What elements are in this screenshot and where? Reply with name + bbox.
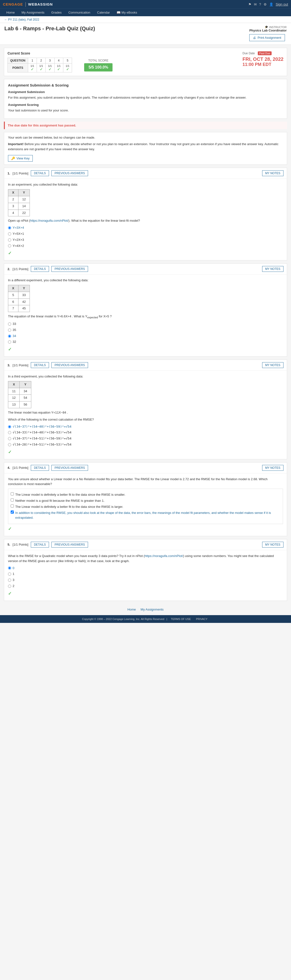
- question-2-details-button[interactable]: DETAILS: [31, 266, 49, 272]
- question-2-radio-1[interactable]: [8, 323, 11, 326]
- question-2-option-1[interactable]: 33: [8, 321, 283, 326]
- question-3-option-2[interactable]: √(34−33)²+(54−40)²+(56−53)²=√54: [8, 430, 283, 435]
- question-5-option-1[interactable]: 0: [8, 566, 283, 571]
- view-key-button[interactable]: 🔑 View Key: [8, 155, 33, 162]
- table-row: 12: [18, 196, 30, 203]
- question-1-radio-3[interactable]: [8, 239, 11, 242]
- question-5-nplot-link[interactable]: https://noraguifa.com/nPlot/: [145, 554, 183, 558]
- question-4-points: [1/1 Points]: [13, 466, 28, 469]
- question-1-option-3[interactable]: Y=2X+3: [8, 237, 283, 242]
- question-3-notes-button[interactable]: MY NOTES: [262, 362, 283, 368]
- settings-icon[interactable]: ⚙: [264, 2, 267, 6]
- question-2-option-3[interactable]: 34: [8, 334, 283, 339]
- question-4-option-2[interactable]: Neither model is a good fit because the …: [11, 498, 280, 503]
- score-inner: QUESTION 1 2 3 4 5 POINTS 1/1 ✓: [8, 58, 112, 72]
- question-3-radio-2[interactable]: [8, 431, 11, 434]
- submission-heading: Assignment Submission: [8, 90, 283, 94]
- question-1-notes-button[interactable]: MY NOTES: [262, 170, 283, 176]
- points-col-header: POINTS: [8, 64, 28, 72]
- question-1-nplot-link[interactable]: https://noraguifa.com/nPlot/: [30, 219, 69, 223]
- q3-option-2-label: √(34−33)²+(54−40)²+(56−53)²=√54: [13, 430, 72, 435]
- question-2-option-2[interactable]: 35: [8, 328, 283, 332]
- q2-num[interactable]: 2: [37, 58, 45, 64]
- question-3-option-3[interactable]: √(34−37)²+(54−51)²+(56−59)²=√54: [8, 436, 283, 441]
- question-4-option-4[interactable]: In addition to considering the RMSE, you…: [11, 511, 280, 521]
- question-3-option-4[interactable]: √(34−28)²+(54−51)²+(56−53)²=√54: [8, 442, 283, 447]
- question-5-prev-answers-button[interactable]: PREVIOUS ANSWERS: [51, 542, 88, 547]
- q4-num[interactable]: 4: [54, 58, 63, 64]
- q3-num[interactable]: 3: [46, 58, 54, 64]
- question-1-radio-2[interactable]: [8, 232, 11, 235]
- question-1-option-2[interactable]: Y=5X+1: [8, 231, 283, 237]
- question-1-details-button[interactable]: DETAILS: [31, 170, 49, 176]
- logo-separator: |: [25, 2, 26, 7]
- question-5-option-3[interactable]: 3: [8, 578, 283, 583]
- footer-assignments-link[interactable]: My Assignments: [141, 608, 164, 611]
- help-icon[interactable]: ?: [259, 2, 261, 6]
- terms-link[interactable]: TERMS OF USE: [171, 617, 191, 620]
- question-1-prev-answers-button[interactable]: PREVIOUS ANSWERS: [51, 170, 88, 176]
- question-3-radio-3[interactable]: [8, 437, 11, 440]
- question-5-radio-4[interactable]: [8, 585, 11, 588]
- question-4-option-3[interactable]: The Linear model is definitely a better …: [11, 504, 280, 509]
- score-header: Current Score QUESTION 1 2 3 4 5 POINTS: [8, 51, 283, 72]
- question-4-checkbox-3[interactable]: [11, 504, 14, 508]
- question-4-checkbox-1[interactable]: [11, 492, 14, 495]
- q1-num[interactable]: 1: [28, 58, 37, 64]
- question-5-points: [1/1 Points]: [13, 543, 28, 546]
- question-3-prev-answers-button[interactable]: PREVIOUS ANSWERS: [51, 362, 88, 368]
- question-2-radio-2[interactable]: [8, 329, 11, 332]
- question-4-details-button[interactable]: DETAILS: [31, 465, 49, 471]
- question-4-block: 4. [1/1 Points] DETAILS PREVIOUS ANSWERS…: [4, 462, 287, 536]
- question-5-correct-indicator: ✓: [8, 590, 283, 597]
- printer-icon: 🖨: [253, 36, 256, 40]
- question-3-radio-4[interactable]: [8, 443, 11, 446]
- print-assignment-button[interactable]: 🖨 Print Assignment: [249, 34, 285, 41]
- nav-calendar[interactable]: Calendar: [94, 9, 113, 16]
- privacy-link[interactable]: PRIVACY: [196, 617, 207, 620]
- breadcrumb-link[interactable]: ← PY 211 (labs), Fall 2022: [4, 18, 39, 21]
- question-4-option-1[interactable]: The Linear model is definitely a better …: [11, 492, 280, 497]
- nav-home[interactable]: Home: [3, 9, 18, 16]
- question-4-checkbox-4[interactable]: [11, 511, 14, 514]
- question-5-option-4[interactable]: 2: [8, 584, 283, 589]
- sign-out-link[interactable]: Sign out: [276, 2, 288, 6]
- footer-home-link[interactable]: Home: [128, 608, 136, 611]
- question-4-prev-answers-button[interactable]: PREVIOUS ANSWERS: [51, 465, 88, 471]
- question-5-radio-2[interactable]: [8, 573, 11, 576]
- question-1-option-4[interactable]: Y=4X+2: [8, 243, 283, 248]
- question-3-details-button[interactable]: DETAILS: [31, 362, 49, 368]
- nav-communication[interactable]: Communication: [65, 9, 94, 16]
- question-1-option-1[interactable]: Y=3X+4: [8, 225, 283, 231]
- question-5-radio-1[interactable]: [8, 566, 11, 570]
- question-5-details-button[interactable]: DETAILS: [31, 542, 49, 547]
- nav-grades[interactable]: Grades: [48, 9, 65, 16]
- question-2-num: 2.: [8, 267, 10, 271]
- message-icon[interactable]: ✉: [254, 2, 257, 6]
- user-icon[interactable]: 👤: [269, 2, 273, 6]
- flag-icon[interactable]: ⚑: [248, 2, 251, 6]
- q5-num[interactable]: 5: [63, 58, 72, 64]
- question-2-options: 33 35 34 32: [8, 321, 283, 345]
- question-5-notes-button[interactable]: MY NOTES: [262, 542, 283, 547]
- question-3-option-1[interactable]: √(34−37)²+(54−40)²+(56−59)²=√54: [8, 424, 283, 429]
- question-2-prev-answers-button[interactable]: PREVIOUS ANSWERS: [51, 266, 88, 272]
- question-2-notes-button[interactable]: MY NOTES: [262, 266, 283, 272]
- question-1-radio-4[interactable]: [8, 244, 11, 247]
- question-2-radio-3[interactable]: [8, 334, 11, 338]
- question-2-option-4[interactable]: 32: [8, 339, 283, 345]
- nav-my-assignments[interactable]: My Assignments: [18, 9, 48, 16]
- question-4-checkbox-2[interactable]: [11, 498, 14, 501]
- question-5-radio-3[interactable]: [8, 579, 11, 582]
- question-4-notes-button[interactable]: MY NOTES: [262, 465, 283, 471]
- nav-ebooks[interactable]: 📖 My eBooks: [113, 9, 141, 16]
- question-2-radio-4[interactable]: [8, 340, 11, 344]
- question-5-option-2[interactable]: 1: [8, 571, 283, 577]
- question-3-radio-1[interactable]: [8, 425, 11, 428]
- question-1-radio-1[interactable]: [8, 226, 11, 229]
- table-row: 54: [20, 395, 31, 401]
- title-area: Lab 6 - Ramps - Pre-Lab Quiz (Quiz): [4, 25, 95, 32]
- question-5-options: 0 1 3 2: [8, 566, 283, 589]
- info-line2: Important! Before you view the answer ke…: [8, 142, 283, 152]
- question-4-correct-indicator: ✓: [8, 525, 283, 533]
